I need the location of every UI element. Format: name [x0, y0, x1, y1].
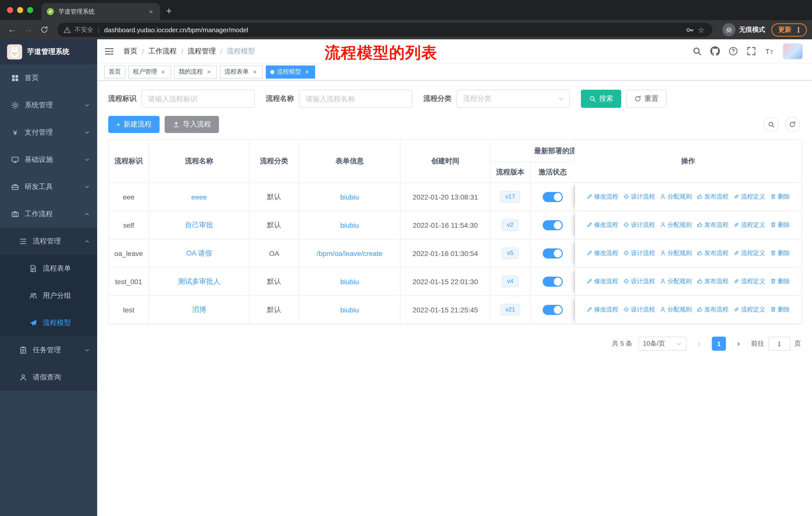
new-tab-button[interactable]: +: [166, 5, 172, 17]
refresh-table-button[interactable]: [785, 117, 800, 132]
op-edit-link[interactable]: 修改流程: [586, 221, 618, 229]
op-publish-link[interactable]: 发布流程: [697, 221, 728, 229]
process-name-link[interactable]: 滔博: [192, 305, 206, 313]
page-size-select[interactable]: 10条/页: [638, 336, 687, 351]
tag-home[interactable]: 首页: [104, 65, 125, 78]
reset-button[interactable]: 重置: [626, 90, 667, 108]
goto-page-input[interactable]: [768, 336, 790, 351]
op-design-link[interactable]: 设计流程: [623, 221, 655, 229]
op-delete-link[interactable]: 删除: [770, 249, 790, 257]
category-select[interactable]: 流程分类: [457, 90, 570, 108]
reload-button[interactable]: [37, 23, 51, 37]
user-avatar[interactable]: [783, 43, 803, 59]
prev-page-button[interactable]: ‹: [693, 336, 706, 351]
op-edit-link[interactable]: 修改流程: [586, 249, 618, 257]
fullscreen-icon[interactable]: [747, 46, 756, 56]
forward-button[interactable]: →: [21, 23, 35, 37]
op-design-link[interactable]: 设计流程: [623, 305, 655, 314]
op-publish-link[interactable]: 发布流程: [697, 277, 728, 286]
search-button[interactable]: 搜索: [581, 90, 621, 108]
op-assign-link[interactable]: 分配规则: [660, 249, 692, 257]
app-logo[interactable]: 芋道管理系统: [0, 39, 97, 64]
breadcrumb-workflow[interactable]: 工作流程: [148, 47, 177, 56]
close-icon[interactable]: ×: [251, 68, 258, 76]
breadcrumb-process-mgmt[interactable]: 流程管理: [188, 47, 216, 56]
update-button[interactable]: 更新 ⋮: [771, 23, 807, 36]
op-assign-link[interactable]: 分配规则: [660, 277, 692, 286]
sidebar-item-home[interactable]: 首页: [0, 64, 97, 92]
process-name-input[interactable]: [306, 95, 406, 103]
key-icon[interactable]: [686, 25, 694, 34]
sidebar-item-task-mgmt[interactable]: 任务管理: [0, 336, 97, 364]
sidebar-item-process-form[interactable]: 流程表单: [0, 255, 97, 282]
tag-tenant-mgmt[interactable]: 租户管理 ×: [128, 65, 171, 78]
op-design-link[interactable]: 设计流程: [623, 192, 655, 201]
form-info-link[interactable]: biubiu: [340, 221, 359, 229]
sidebar-item-process-mgmt[interactable]: 流程管理: [0, 228, 97, 255]
op-edit-link[interactable]: 修改流程: [586, 277, 618, 286]
op-definition-link[interactable]: 流程定义: [733, 277, 765, 286]
github-icon[interactable]: [710, 46, 720, 56]
op-delete-link[interactable]: 删除: [770, 192, 790, 201]
active-toggle[interactable]: [543, 305, 562, 315]
window-zoom-button[interactable]: [27, 7, 33, 13]
sidebar-item-user-group[interactable]: 用户分组: [0, 282, 97, 309]
close-icon[interactable]: ×: [205, 68, 212, 76]
breadcrumb-home[interactable]: 首页: [123, 47, 138, 56]
process-name-link[interactable]: eeee: [191, 193, 207, 201]
security-warning-icon[interactable]: [63, 26, 71, 33]
form-info-link[interactable]: biubiu: [340, 277, 359, 286]
op-publish-link[interactable]: 发布流程: [697, 249, 728, 257]
active-toggle[interactable]: [543, 220, 562, 230]
toggle-search-button[interactable]: [764, 117, 779, 132]
page-number-current[interactable]: 1: [712, 336, 726, 351]
window-close-button[interactable]: [7, 7, 13, 13]
op-publish-link[interactable]: 发布流程: [697, 305, 728, 314]
back-button[interactable]: ←: [5, 23, 19, 37]
sidebar-item-infrastructure[interactable]: 基础设施: [0, 146, 97, 173]
browser-tab[interactable]: 芋道管理系统 ×: [41, 3, 160, 20]
form-info-link[interactable]: biubiu: [340, 193, 359, 201]
op-edit-link[interactable]: 修改流程: [586, 305, 618, 314]
op-design-link[interactable]: 设计流程: [623, 277, 655, 286]
address-bar[interactable]: 不安全 | dashboard.yudao.iocoder.cn/bpm/man…: [57, 23, 712, 37]
tag-process-model[interactable]: 流程模型 ×: [266, 65, 315, 78]
process-name-link[interactable]: OA 请假: [186, 249, 212, 257]
op-assign-link[interactable]: 分配规则: [660, 221, 692, 229]
font-size-icon[interactable]: TT: [765, 46, 774, 56]
form-info-link[interactable]: biubiu: [340, 306, 359, 314]
op-assign-link[interactable]: 分配规则: [660, 192, 692, 201]
op-assign-link[interactable]: 分配规则: [660, 305, 692, 314]
active-toggle[interactable]: [543, 192, 562, 202]
process-name-link[interactable]: 自己审批: [185, 220, 213, 228]
close-icon[interactable]: ×: [303, 68, 311, 76]
op-delete-link[interactable]: 删除: [770, 221, 790, 229]
tab-close-icon[interactable]: ×: [147, 7, 155, 16]
sidebar-item-process-model[interactable]: 流程模型: [0, 309, 97, 336]
op-edit-link[interactable]: 修改流程: [586, 192, 618, 201]
op-definition-link[interactable]: 流程定义: [733, 192, 765, 201]
active-toggle[interactable]: [543, 248, 562, 258]
create-process-button[interactable]: + 新建流程: [108, 116, 160, 133]
op-definition-link[interactable]: 流程定义: [733, 305, 765, 314]
op-delete-link[interactable]: 删除: [770, 277, 790, 286]
sidebar-item-leave-query[interactable]: 请假查询: [0, 364, 97, 391]
sidebar-item-devtools[interactable]: 研发工具: [0, 173, 97, 200]
window-minimize-button[interactable]: [17, 7, 23, 13]
bookmark-star-icon[interactable]: ☆: [698, 25, 706, 34]
op-design-link[interactable]: 设计流程: [623, 249, 655, 257]
process-id-input[interactable]: [148, 95, 248, 103]
sidebar-item-workflow[interactable]: 工作流程: [0, 200, 97, 228]
form-info-link[interactable]: /bpm/oa/leave/create: [317, 249, 383, 257]
process-name-link[interactable]: 测试多审批人: [178, 277, 220, 285]
next-page-button[interactable]: ›: [732, 336, 745, 351]
op-delete-link[interactable]: 删除: [770, 305, 790, 314]
active-toggle[interactable]: [543, 276, 562, 287]
op-publish-link[interactable]: 发布流程: [697, 192, 728, 201]
search-icon[interactable]: [692, 46, 702, 56]
sidebar-collapse-button[interactable]: [104, 46, 114, 56]
tag-my-process[interactable]: 我的流程 ×: [174, 65, 217, 78]
sidebar-item-system[interactable]: 系统管理: [0, 92, 97, 119]
browser-menu-icon[interactable]: ⋮: [795, 26, 802, 34]
close-icon[interactable]: ×: [160, 68, 167, 76]
